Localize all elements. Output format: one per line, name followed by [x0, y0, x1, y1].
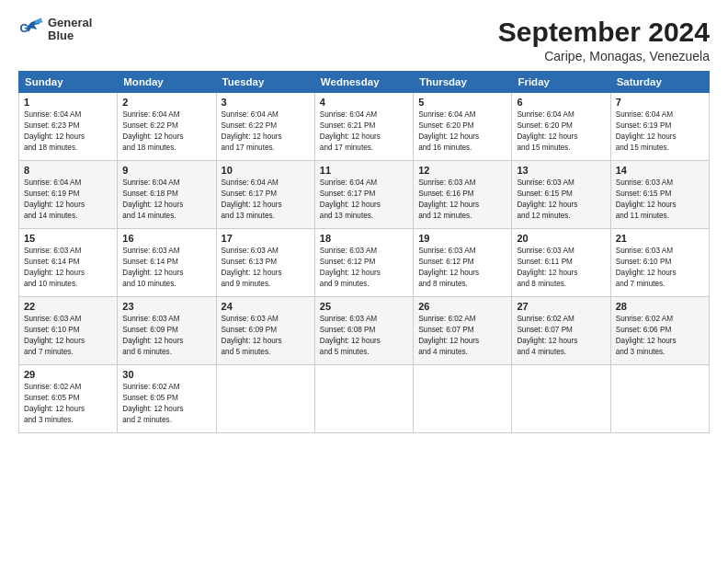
calendar-cell: [314, 365, 413, 433]
col-header-thursday: Thursday: [414, 72, 512, 93]
day-info: Sunrise: 6:02 AM Sunset: 6:07 PM Dayligh…: [517, 314, 605, 358]
calendar-cell: 27Sunrise: 6:02 AM Sunset: 6:07 PM Dayli…: [512, 297, 610, 365]
week-row-5: 29Sunrise: 6:02 AM Sunset: 6:05 PM Dayli…: [19, 365, 710, 433]
day-info: Sunrise: 6:03 AM Sunset: 6:09 PM Dayligh…: [122, 314, 210, 358]
calendar-cell: 24Sunrise: 6:03 AM Sunset: 6:09 PM Dayli…: [216, 297, 314, 365]
col-header-friday: Friday: [512, 72, 610, 93]
calendar-cell: 30Sunrise: 6:02 AM Sunset: 6:05 PM Dayli…: [118, 365, 216, 433]
day-info: Sunrise: 6:04 AM Sunset: 6:22 PM Dayligh…: [122, 109, 210, 154]
title-block: September 2024 Caripe, Monagas, Venezuel…: [498, 17, 710, 63]
day-number: 3: [222, 97, 310, 108]
day-number: 7: [616, 97, 704, 108]
calendar-cell: 4Sunrise: 6:04 AM Sunset: 6:21 PM Daylig…: [314, 93, 413, 161]
header-row: SundayMondayTuesdayWednesdayThursdayFrid…: [19, 72, 710, 93]
day-info: Sunrise: 6:02 AM Sunset: 6:07 PM Dayligh…: [418, 314, 506, 358]
calendar-cell: 26Sunrise: 6:02 AM Sunset: 6:07 PM Dayli…: [414, 297, 512, 365]
calendar-cell: 6Sunrise: 6:04 AM Sunset: 6:20 PM Daylig…: [512, 93, 610, 161]
day-number: 12: [418, 165, 506, 176]
calendar-cell: 10Sunrise: 6:04 AM Sunset: 6:17 PM Dayli…: [216, 161, 314, 229]
day-number: 19: [418, 233, 506, 244]
calendar-cell: 7Sunrise: 6:04 AM Sunset: 6:19 PM Daylig…: [610, 93, 709, 161]
day-info: Sunrise: 6:04 AM Sunset: 6:19 PM Dayligh…: [24, 178, 112, 222]
day-info: Sunrise: 6:04 AM Sunset: 6:20 PM Dayligh…: [517, 109, 605, 154]
calendar-table: SundayMondayTuesdayWednesdayThursdayFrid…: [18, 71, 710, 433]
day-info: Sunrise: 6:04 AM Sunset: 6:19 PM Dayligh…: [616, 109, 704, 154]
day-info: Sunrise: 6:03 AM Sunset: 6:15 PM Dayligh…: [517, 178, 605, 222]
day-info: Sunrise: 6:03 AM Sunset: 6:14 PM Dayligh…: [24, 246, 112, 290]
day-number: 2: [122, 97, 210, 108]
logo-text: General Blue: [48, 17, 92, 43]
calendar-cell: 23Sunrise: 6:03 AM Sunset: 6:09 PM Dayli…: [118, 297, 216, 365]
calendar-cell: 18Sunrise: 6:03 AM Sunset: 6:12 PM Dayli…: [314, 229, 413, 297]
day-number: 26: [418, 301, 506, 312]
calendar-cell: 29Sunrise: 6:02 AM Sunset: 6:05 PM Dayli…: [19, 365, 118, 433]
day-info: Sunrise: 6:03 AM Sunset: 6:09 PM Dayligh…: [222, 314, 310, 358]
day-info: Sunrise: 6:02 AM Sunset: 6:05 PM Dayligh…: [122, 382, 210, 426]
week-row-2: 8Sunrise: 6:04 AM Sunset: 6:19 PM Daylig…: [19, 161, 710, 229]
day-info: Sunrise: 6:04 AM Sunset: 6:23 PM Dayligh…: [24, 109, 112, 154]
day-number: 8: [24, 165, 112, 176]
day-number: 11: [320, 165, 408, 176]
calendar-cell: 28Sunrise: 6:02 AM Sunset: 6:06 PM Dayli…: [610, 297, 709, 365]
logo-icon: G: [18, 17, 44, 42]
day-info: Sunrise: 6:02 AM Sunset: 6:05 PM Dayligh…: [24, 382, 112, 426]
logo: G General Blue: [18, 17, 92, 43]
svg-text:G: G: [20, 22, 29, 35]
day-number: 30: [122, 369, 210, 380]
page: G General Blue September 2024 Caripe, Mo…: [0, 0, 728, 563]
day-info: Sunrise: 6:04 AM Sunset: 6:18 PM Dayligh…: [122, 178, 210, 222]
day-number: 18: [320, 233, 408, 244]
calendar-cell: 15Sunrise: 6:03 AM Sunset: 6:14 PM Dayli…: [19, 229, 118, 297]
day-info: Sunrise: 6:04 AM Sunset: 6:21 PM Dayligh…: [320, 109, 408, 154]
logo-line1: General: [48, 16, 92, 29]
calendar-cell: 21Sunrise: 6:03 AM Sunset: 6:10 PM Dayli…: [610, 229, 709, 297]
calendar-cell: [414, 365, 512, 433]
day-info: Sunrise: 6:03 AM Sunset: 6:15 PM Dayligh…: [616, 178, 704, 222]
calendar-cell: 9Sunrise: 6:04 AM Sunset: 6:18 PM Daylig…: [118, 161, 216, 229]
calendar-cell: [512, 365, 610, 433]
day-number: 24: [222, 301, 310, 312]
calendar-cell: [216, 365, 314, 433]
calendar-cell: 19Sunrise: 6:03 AM Sunset: 6:12 PM Dayli…: [414, 229, 512, 297]
day-info: Sunrise: 6:02 AM Sunset: 6:06 PM Dayligh…: [616, 314, 704, 358]
calendar-cell: 22Sunrise: 6:03 AM Sunset: 6:10 PM Dayli…: [19, 297, 118, 365]
calendar-cell: 14Sunrise: 6:03 AM Sunset: 6:15 PM Dayli…: [610, 161, 709, 229]
day-number: 15: [24, 233, 112, 244]
subtitle: Caripe, Monagas, Venezuela: [498, 49, 710, 63]
day-info: Sunrise: 6:04 AM Sunset: 6:22 PM Dayligh…: [222, 109, 310, 154]
day-number: 16: [122, 233, 210, 244]
day-info: Sunrise: 6:04 AM Sunset: 6:17 PM Dayligh…: [222, 178, 310, 222]
day-number: 28: [616, 301, 704, 312]
calendar-cell: 2Sunrise: 6:04 AM Sunset: 6:22 PM Daylig…: [118, 93, 216, 161]
col-header-wednesday: Wednesday: [314, 72, 413, 93]
calendar-cell: 20Sunrise: 6:03 AM Sunset: 6:11 PM Dayli…: [512, 229, 610, 297]
calendar-cell: 16Sunrise: 6:03 AM Sunset: 6:14 PM Dayli…: [118, 229, 216, 297]
logo-line2: Blue: [48, 29, 74, 42]
col-header-sunday: Sunday: [19, 72, 118, 93]
day-info: Sunrise: 6:04 AM Sunset: 6:20 PM Dayligh…: [418, 109, 506, 154]
day-info: Sunrise: 6:03 AM Sunset: 6:10 PM Dayligh…: [616, 246, 704, 290]
calendar-cell: [610, 365, 709, 433]
day-number: 17: [222, 233, 310, 244]
day-info: Sunrise: 6:03 AM Sunset: 6:12 PM Dayligh…: [320, 246, 408, 290]
col-header-monday: Monday: [118, 72, 216, 93]
day-number: 20: [517, 233, 605, 244]
day-number: 22: [24, 301, 112, 312]
week-row-3: 15Sunrise: 6:03 AM Sunset: 6:14 PM Dayli…: [19, 229, 710, 297]
day-number: 21: [616, 233, 704, 244]
week-row-1: 1Sunrise: 6:04 AM Sunset: 6:23 PM Daylig…: [19, 93, 710, 161]
day-info: Sunrise: 6:03 AM Sunset: 6:14 PM Dayligh…: [122, 246, 210, 290]
col-header-tuesday: Tuesday: [216, 72, 314, 93]
calendar-cell: 17Sunrise: 6:03 AM Sunset: 6:13 PM Dayli…: [216, 229, 314, 297]
day-number: 1: [24, 97, 112, 108]
calendar-cell: 11Sunrise: 6:04 AM Sunset: 6:17 PM Dayli…: [314, 161, 413, 229]
main-title: September 2024: [498, 17, 710, 47]
day-info: Sunrise: 6:03 AM Sunset: 6:12 PM Dayligh…: [418, 246, 506, 290]
day-number: 29: [24, 369, 112, 380]
week-row-4: 22Sunrise: 6:03 AM Sunset: 6:10 PM Dayli…: [19, 297, 710, 365]
calendar-cell: 3Sunrise: 6:04 AM Sunset: 6:22 PM Daylig…: [216, 93, 314, 161]
day-number: 10: [222, 165, 310, 176]
header: G General Blue September 2024 Caripe, Mo…: [18, 17, 710, 63]
calendar-cell: 5Sunrise: 6:04 AM Sunset: 6:20 PM Daylig…: [414, 93, 512, 161]
day-number: 13: [517, 165, 605, 176]
